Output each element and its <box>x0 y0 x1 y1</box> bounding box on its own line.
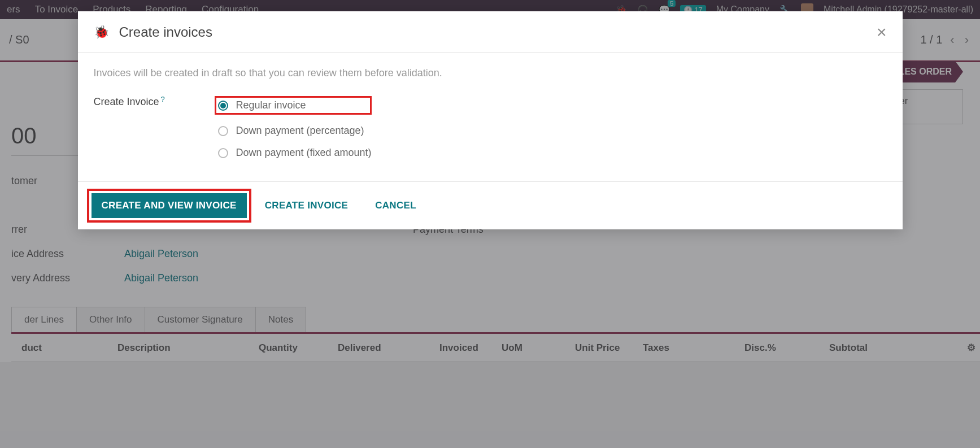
radio-dot-icon <box>218 148 228 158</box>
cancel-button[interactable]: CANCEL <box>366 193 425 218</box>
radio-dot-icon <box>218 101 228 111</box>
modal-overlay: 🐞 Create invoices × Invoices will be cre… <box>0 0 980 448</box>
radio-dot-icon <box>218 126 228 136</box>
create-and-view-invoice-button[interactable]: CREATE AND VIEW INVOICE <box>92 193 247 218</box>
radio-regular-invoice[interactable]: Regular invoice <box>215 96 372 115</box>
bug-icon[interactable]: 🐞 <box>94 25 109 40</box>
create-invoice-label: Create Invoice? <box>94 96 218 159</box>
create-invoices-dialog: 🐞 Create invoices × Invoices will be cre… <box>78 11 903 229</box>
help-icon[interactable]: ? <box>161 95 165 103</box>
radio-down-payment-fixed[interactable]: Down payment (fixed amount) <box>218 147 372 159</box>
modal-title: Create invoices <box>119 24 212 40</box>
modal-hint: Invoices will be created in draft so tha… <box>94 67 887 79</box>
create-invoice-button[interactable]: CREATE INVOICE <box>256 193 357 218</box>
radio-down-payment-percentage[interactable]: Down payment (percentage) <box>218 125 372 137</box>
close-icon[interactable]: × <box>877 24 887 41</box>
